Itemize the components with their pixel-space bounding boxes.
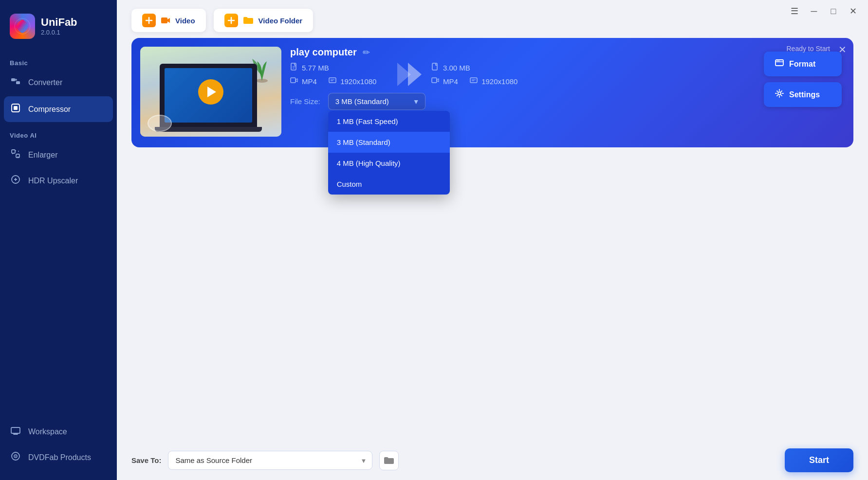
dropdown-option-1mb[interactable]: 1 MB (Fast Speed) — [328, 111, 450, 132]
sidebar-item-dvdfab[interactable]: DVDFab Products — [0, 444, 117, 470]
play-button[interactable] — [198, 79, 223, 105]
video-card: ▶ play computer ✏ — [131, 38, 853, 147]
save-path-input[interactable] — [168, 451, 372, 470]
video-icon — [161, 17, 170, 24]
browse-folder-button[interactable] — [379, 451, 399, 470]
sidebar-item-compressor[interactable]: Compressor — [4, 96, 113, 122]
menu-button[interactable]: ☰ — [789, 6, 800, 17]
sidebar-item-enlarger[interactable]: Enlarger — [0, 142, 117, 168]
sidebar-item-workspace[interactable]: Workspace — [0, 419, 117, 444]
enlarger-label: Enlarger — [28, 151, 57, 160]
add-folder-label: Video Folder — [259, 17, 303, 25]
settings-icon — [775, 89, 784, 101]
source-format-item: MP4 1920x1080 — [290, 76, 388, 86]
sidebar-item-hdr-upscaler[interactable]: HDR Upscaler — [0, 168, 117, 194]
toolbar: Video Video Folder — [117, 0, 868, 38]
svg-rect-12 — [161, 18, 167, 23]
arrow-divider — [388, 63, 431, 86]
start-button[interactable]: Start — [785, 448, 853, 472]
sidebar-item-converter[interactable]: Converter — [0, 70, 117, 95]
compressor-label: Compressor — [28, 105, 71, 114]
filesize-row: File Size: 1 MB (Fast Speed) 3 MB (Stand… — [290, 93, 755, 110]
svg-point-21 — [777, 60, 778, 61]
format-label: Format — [789, 60, 815, 69]
hdr-icon — [10, 174, 21, 187]
dvdfab-icon — [10, 451, 21, 464]
file-icon — [290, 63, 298, 72]
video-thumbnail[interactable]: ▶ — [140, 47, 281, 137]
add-folder-button[interactable]: Video Folder — [214, 9, 314, 32]
video-title-row: play computer ✏ — [290, 47, 755, 58]
output-format-item: MP4 1920x1080 — [431, 76, 529, 86]
save-to-label: Save To: — [131, 456, 161, 464]
filesize-dropdown: 1 MB (Fast Speed) 3 MB (Standard) 4 MB (… — [328, 93, 425, 110]
dropdown-option-custom[interactable]: Custom — [328, 174, 450, 195]
svg-rect-5 — [12, 150, 15, 153]
output-meta: 3.00 MB MP4 — [431, 63, 529, 86]
format-button[interactable]: Format — [764, 52, 842, 76]
sidebar: UniFab 2.0.0.1 Basic Converter Compresso… — [0, 0, 117, 480]
add-folder-icon — [224, 14, 238, 27]
svg-rect-6 — [16, 154, 19, 158]
svg-point-22 — [778, 60, 779, 61]
minimize-button[interactable]: ─ — [809, 6, 819, 17]
svg-rect-20 — [776, 60, 783, 66]
filesize-dropdown-menu: 1 MB (Fast Speed) 3 MB (Standard) 4 MB (… — [328, 111, 450, 195]
source-size-item: 5.77 MB — [290, 63, 388, 72]
maximize-button[interactable]: □ — [828, 6, 839, 17]
close-button[interactable]: ✕ — [848, 6, 858, 17]
svg-rect-1 — [11, 78, 15, 81]
svg-point-11 — [15, 456, 16, 457]
resolution-icon — [329, 76, 336, 86]
main-content: ☰ ─ □ ✕ Video — [117, 0, 868, 480]
output-video-icon — [431, 76, 439, 86]
output-format: MP4 — [443, 77, 458, 86]
hdr-label: HDR Upscaler — [28, 177, 78, 185]
browse-folder-icon — [384, 456, 394, 465]
filesize-select[interactable]: 1 MB (Fast Speed) 3 MB (Standard) 4 MB (… — [328, 93, 425, 110]
settings-button[interactable]: Settings — [764, 82, 842, 107]
dropdown-option-3mb[interactable]: 3 MB (Standard) — [328, 132, 450, 153]
workspace-label: Workspace — [28, 427, 67, 436]
save-path-input-wrap: ▼ — [168, 451, 372, 470]
app-name: UniFab — [41, 17, 77, 28]
meta-row: 5.77 MB MP4 — [290, 63, 755, 86]
settings-label: Settings — [789, 90, 820, 99]
svg-rect-2 — [16, 81, 20, 84]
add-video-label: Video — [175, 17, 195, 25]
dropdown-option-4mb[interactable]: 4 MB (High Quality) — [328, 153, 450, 174]
app-version: 2.0.0.1 — [41, 29, 77, 36]
card-right-buttons: Format Settings — [764, 47, 842, 107]
workspace-icon — [10, 425, 21, 438]
add-video-button[interactable]: Video — [131, 9, 206, 32]
output-res-icon — [470, 76, 478, 86]
format-icon — [775, 58, 784, 70]
svg-rect-17 — [432, 63, 437, 70]
svg-rect-19 — [470, 78, 477, 83]
card-close-button[interactable]: ✕ — [838, 44, 847, 55]
video-file-icon — [290, 76, 298, 86]
video-title: play computer — [290, 47, 357, 58]
arrow-shape-2 — [408, 63, 422, 86]
folder-icon — [243, 16, 254, 25]
output-size-item: 3.00 MB — [431, 63, 529, 72]
edit-title-icon[interactable]: ✏ — [363, 47, 370, 58]
source-meta: 5.77 MB MP4 — [290, 63, 388, 86]
svg-point-23 — [778, 92, 781, 95]
section-videoai-label: Video AI — [0, 123, 117, 142]
dvdfab-label: DVDFab Products — [28, 453, 91, 462]
source-format: MP4 — [302, 77, 317, 86]
ready-label: Ready to Start — [787, 45, 831, 53]
svg-rect-18 — [432, 78, 437, 83]
output-resolution: 1920x1080 — [481, 77, 517, 86]
video-info: play computer ✏ — [290, 47, 755, 110]
card-area: ▶ play computer ✏ — [117, 38, 868, 441]
logo-icon — [10, 14, 35, 39]
compressor-icon — [10, 103, 21, 116]
titlebar-buttons: ☰ ─ □ ✕ — [789, 6, 858, 17]
section-basic-label: Basic — [0, 51, 117, 70]
add-video-icon — [142, 14, 156, 27]
svg-rect-8 — [11, 427, 20, 433]
source-resolution: 1920x1080 — [340, 77, 376, 86]
output-size: 3.00 MB — [443, 64, 470, 72]
